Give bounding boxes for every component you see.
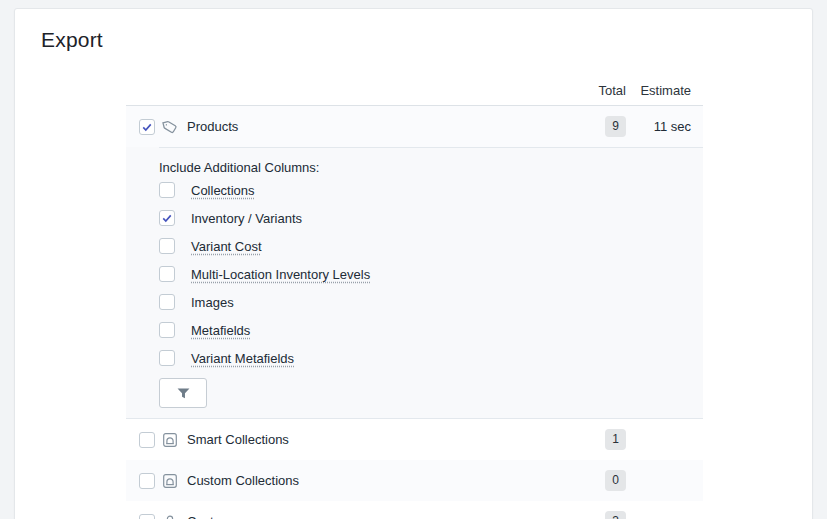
additional-column-option[interactable]: Variant Metafields [159, 350, 294, 366]
option-checkbox[interactable] [159, 322, 175, 338]
person-icon [162, 514, 178, 519]
estimate-value: 11 sec [626, 119, 691, 134]
checkmark-icon [161, 212, 173, 224]
tag-icon [162, 119, 178, 135]
row-checkbox[interactable] [139, 119, 155, 135]
total-badge: 9 [605, 116, 626, 137]
row-checkbox[interactable] [139, 432, 155, 448]
table-row-custom-collections: Custom Collections 0 [126, 460, 703, 501]
table-row-smart-collections: Smart Collections 1 [126, 419, 703, 460]
row-label: Customers [187, 514, 566, 519]
page: Export Total Estimate Products 9 11 sec [0, 0, 827, 519]
table-header: Total Estimate [126, 76, 703, 106]
option-label[interactable]: Variant Metafields [191, 351, 294, 366]
option-checkbox[interactable] [159, 350, 175, 366]
row-label: Smart Collections [187, 432, 566, 447]
total-badge: 3 [605, 511, 626, 519]
table-row-products: Products 9 11 sec [126, 106, 703, 147]
option-label[interactable]: Collections [191, 183, 255, 198]
option-checkbox[interactable] [159, 266, 175, 282]
option-label: Inventory / Variants [191, 211, 302, 226]
export-card: Export Total Estimate Products 9 11 sec [14, 8, 813, 519]
total-badge: 0 [605, 470, 626, 491]
additional-column-option[interactable]: Multi-Location Inventory Levels [159, 266, 370, 282]
panel-title: Include Additional Columns: [159, 158, 703, 178]
row-checkbox[interactable] [139, 473, 155, 489]
option-checkbox[interactable] [159, 238, 175, 254]
row-label: Products [187, 119, 566, 134]
checkmark-icon [141, 121, 153, 133]
additional-column-option[interactable]: Images [159, 294, 234, 310]
row-label: Custom Collections [187, 473, 566, 488]
option-label: Images [191, 295, 234, 310]
column-header-total: Total [566, 83, 626, 98]
option-label[interactable]: Multi-Location Inventory Levels [191, 267, 370, 282]
option-checkbox[interactable] [159, 210, 175, 226]
option-label[interactable]: Metafields [191, 323, 250, 338]
option-label[interactable]: Variant Cost [191, 239, 262, 254]
collection-icon [162, 473, 178, 489]
option-checkbox[interactable] [159, 294, 175, 310]
additional-column-option[interactable]: Collections [159, 182, 255, 198]
row-checkbox[interactable] [139, 514, 155, 519]
page-title: Export [41, 28, 812, 52]
column-header-estimate: Estimate [626, 83, 691, 98]
additional-column-option[interactable]: Variant Cost [159, 238, 262, 254]
additional-column-option[interactable]: Metafields [159, 322, 250, 338]
option-checkbox[interactable] [159, 182, 175, 198]
total-badge: 1 [605, 429, 626, 450]
collection-icon [162, 432, 178, 448]
additional-column-option[interactable]: Inventory / Variants [159, 210, 302, 226]
products-additional-columns-panel: Include Additional Columns: Collections … [126, 147, 703, 419]
table-row-customers: Customers 3 [126, 501, 703, 519]
filter-icon [177, 388, 190, 399]
export-table: Total Estimate Products 9 11 sec Include… [126, 76, 703, 519]
filter-button[interactable] [159, 378, 207, 408]
